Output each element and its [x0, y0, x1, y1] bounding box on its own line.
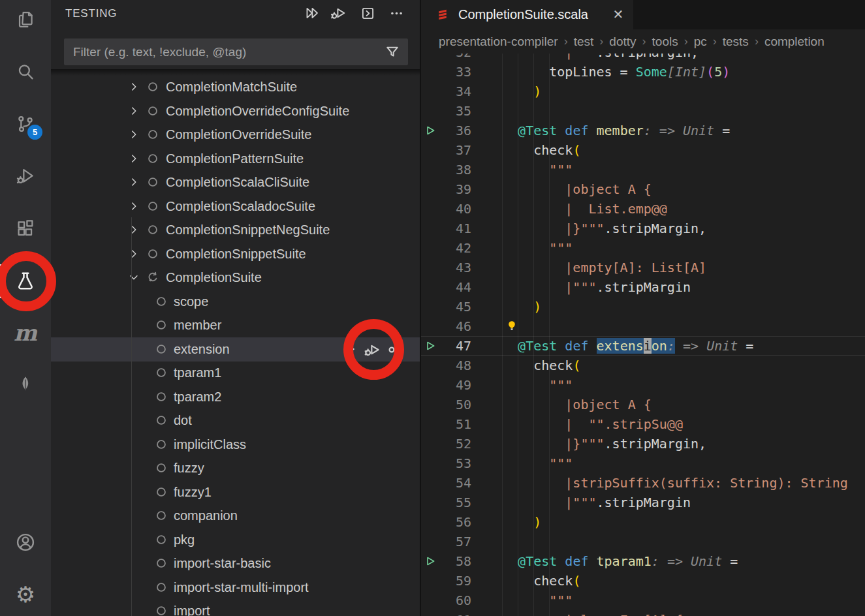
code-line-40[interactable]: 40 | List.emp@@ [421, 199, 865, 219]
tree-item-label: CompletionOverrideSuite [166, 127, 311, 142]
code-line-55[interactable]: 55 |""".stripMargin [421, 493, 865, 512]
code-line-54[interactable]: 54 |stripSuffix(suffix: String): String [421, 473, 865, 493]
tree-row-import[interactable]: import [51, 599, 420, 616]
filter-input[interactable] [64, 38, 408, 65]
code-line-38[interactable]: 38 """ [421, 160, 865, 179]
chevron-right-icon[interactable] [128, 129, 140, 140]
breadcrumb-item[interactable]: completion [764, 35, 825, 49]
lightbulb-icon[interactable] [506, 320, 518, 333]
tree-row-fuzzy1[interactable]: fuzzy1 [51, 480, 420, 504]
chevron-right-icon[interactable] [128, 200, 140, 212]
line-number: 45 [434, 297, 471, 316]
tree-row-CompletionOverrideConfigSuite[interactable]: CompletionOverrideConfigSuite [51, 99, 420, 123]
code-line-39[interactable]: 39 |object A { [421, 179, 865, 199]
tab-close-icon[interactable]: ✕ [609, 5, 627, 23]
tree-row-fuzzy[interactable]: fuzzy [51, 456, 420, 480]
breadcrumb-item[interactable]: dotty [609, 35, 636, 49]
code-line-61[interactable]: 61 |class Foo[A] { [421, 610, 865, 616]
breadcrumb-item[interactable]: tools [652, 35, 678, 49]
run-and-debug-icon[interactable] [0, 161, 51, 192]
tree-indent-guide [131, 217, 132, 616]
breadcrumb-item[interactable]: tests [723, 35, 749, 49]
code-line-58[interactable]: 58 @Test def tparam1: => Unit = [421, 551, 865, 571]
scm-pending-badge: 5 [27, 125, 42, 140]
more-actions-button[interactable] [386, 3, 407, 23]
debug-all-tests-button[interactable] [328, 3, 349, 23]
breadcrumb-item[interactable]: pc [694, 35, 707, 49]
code-line-43[interactable]: 43 |empty[A]: List[A] [421, 258, 865, 277]
code-line-34[interactable]: 34 ) [421, 82, 865, 101]
code-line-44[interactable]: 44 |""".stripMargin [421, 277, 865, 297]
tree-row-import-star-basic[interactable]: import-star-basic [51, 551, 420, 576]
show-output-button[interactable] [357, 3, 378, 23]
settings-gear-icon[interactable]: ⚙ [0, 579, 51, 610]
tree-row-import-star-multi-import[interactable]: import-star-multi-import [51, 576, 420, 600]
breadcrumb-separator: › [755, 35, 759, 48]
tree-row-tparam2[interactable]: tparam2 [51, 385, 420, 409]
metals-icon[interactable]: m [0, 317, 51, 348]
code-line-60[interactable]: 60 """ [421, 591, 865, 610]
chevron-right-icon[interactable] [128, 248, 140, 260]
tree-row-scope[interactable]: scope [51, 290, 420, 314]
line-number: 49 [434, 375, 471, 395]
code-line-45[interactable]: 45 ) [421, 297, 865, 316]
test-pending-icon [147, 271, 159, 283]
explorer-icon[interactable] [0, 4, 51, 35]
line-number: 35 [434, 101, 471, 121]
tree-row-companion[interactable]: companion [51, 504, 420, 528]
code-text: check( [502, 356, 580, 375]
extensions-icon[interactable] [0, 213, 51, 244]
code-line-50[interactable]: 50 |object A { [421, 395, 865, 414]
chevron-right-icon[interactable] [128, 153, 140, 164]
code-line-46[interactable]: 46 [421, 316, 865, 336]
source-control-icon[interactable] [0, 108, 51, 140]
tree-row-CompletionScaladocSuite[interactable]: CompletionScaladocSuite [51, 194, 420, 219]
code-line-59[interactable]: 59 check( [421, 571, 865, 591]
code-line-35[interactable]: 35 [421, 101, 865, 121]
tree-row-implicitClass[interactable]: implicitClass [51, 433, 420, 457]
tree-item-label: implicitClass [174, 437, 246, 452]
code-line-53[interactable]: 53 """ [421, 454, 865, 473]
tree-row-dot[interactable]: dot [51, 408, 420, 433]
code-line-52[interactable]: 52 |}""".stripMargin, [421, 434, 865, 454]
code-line-51[interactable]: 51 | "".stripSu@@ [421, 414, 865, 434]
tree-row-CompletionSuite[interactable]: CompletionSuite [51, 266, 420, 290]
chevron-right-icon[interactable] [128, 81, 140, 93]
code-editor[interactable]: 32 |""".stripMargin,33 topLines = Some[I… [421, 54, 865, 616]
code-text: check( [502, 140, 580, 160]
tree-row-CompletionScalaCliSuite[interactable]: CompletionScalaCliSuite [51, 170, 420, 194]
chevron-down-icon[interactable] [128, 271, 140, 283]
mongodb-icon[interactable] [0, 369, 51, 400]
tree-row-CompletionOverrideSuite[interactable]: CompletionOverrideSuite [51, 123, 420, 147]
filter-funnel-icon[interactable] [385, 44, 400, 59]
chevron-right-icon[interactable] [128, 224, 140, 236]
test-state-icon [155, 486, 167, 498]
tree-row-CompletionPatternSuite[interactable]: CompletionPatternSuite [51, 147, 420, 171]
code-line-56[interactable]: 56 ) [421, 512, 865, 532]
code-line-33[interactable]: 33 topLines = Some[Int](5) [421, 62, 865, 82]
chevron-right-icon[interactable] [128, 105, 140, 117]
code-line-37[interactable]: 37 check( [421, 140, 865, 160]
test-state-icon [147, 224, 159, 236]
run-all-tests-button[interactable] [302, 3, 322, 23]
breadcrumb-item[interactable]: presentation-compiler [439, 35, 558, 49]
chevron-right-icon[interactable] [128, 176, 140, 188]
tree-row-CompletionSnippetSuite[interactable]: CompletionSnippetSuite [51, 242, 420, 266]
code-line-36[interactable]: 36 @Test def member: => Unit = [421, 121, 865, 140]
code-line-42[interactable]: 42 """ [421, 238, 865, 258]
breadcrumb-item[interactable]: test [574, 35, 594, 49]
code-text: """ [502, 160, 573, 179]
code-line-41[interactable]: 41 |}""".stripMargin, [421, 219, 865, 238]
code-line-47[interactable]: 47 @Test def extension: => Unit = [421, 336, 865, 356]
code-line-32[interactable]: 32 |""".stripMargin, [421, 54, 865, 62]
code-line-57[interactable]: 57 [421, 532, 865, 551]
tab-completionsuite[interactable]: CompletionSuite.scala ✕ [421, 0, 633, 29]
code-line-49[interactable]: 49 """ [421, 375, 865, 395]
tree-row-CompletionSnippetNegSuite[interactable]: CompletionSnippetNegSuite [51, 218, 420, 242]
code-line-48[interactable]: 48 check( [421, 356, 865, 375]
accounts-icon[interactable] [0, 527, 51, 558]
tree-row-pkg[interactable]: pkg [51, 528, 420, 552]
search-icon[interactable] [0, 56, 51, 87]
tree-row-CompletionMatchSuite[interactable]: CompletionMatchSuite [51, 75, 420, 99]
tree-item-label: CompletionSnippetSuite [166, 247, 306, 262]
